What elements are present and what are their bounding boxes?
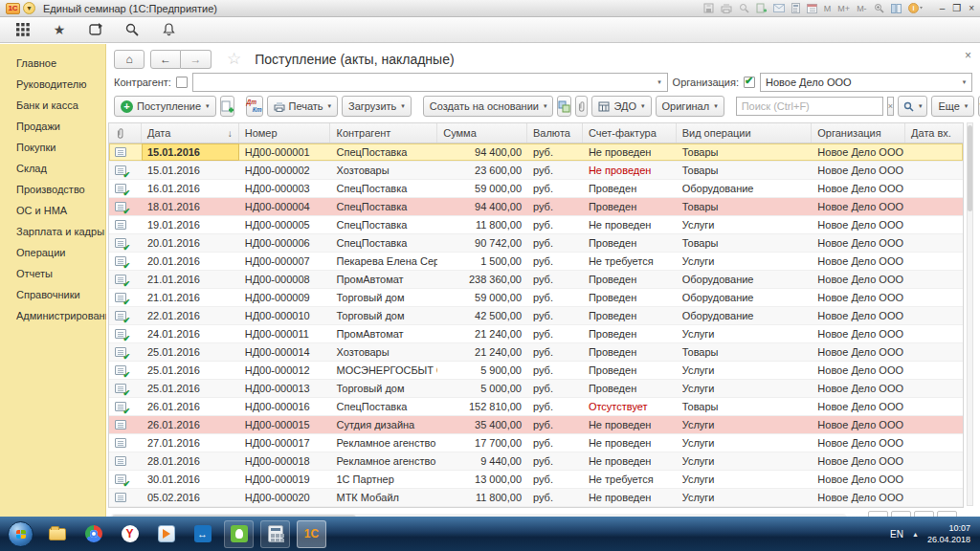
table-row[interactable]: 15.01.2016НД00-000001СпецПоставка94 400,… <box>109 143 963 162</box>
cell-optype[interactable]: Оборудование <box>677 307 813 324</box>
cell-counterparty[interactable]: МОСЭНЕРГОСБЫТ О... <box>330 362 437 379</box>
cell-attach[interactable] <box>109 434 142 452</box>
column-header-datein[interactable]: Дата вх. <box>905 123 963 143</box>
cell-attach[interactable] <box>109 343 142 361</box>
cell-date[interactable]: 16.01.2016 <box>142 180 239 197</box>
cell-attach[interactable] <box>109 162 142 179</box>
cell-datein[interactable] <box>905 253 963 270</box>
cell-datein[interactable] <box>905 489 963 506</box>
cell-datein[interactable] <box>905 471 963 488</box>
sidebar-item[interactable]: Банк и касса <box>0 95 105 116</box>
chrome-icon[interactable] <box>78 520 108 548</box>
sidebar-item[interactable]: Зарплата и кадры <box>0 221 105 242</box>
cell-optype[interactable]: Услуги <box>677 489 813 506</box>
cell-currency[interactable]: руб. <box>527 253 583 270</box>
cell-invoice[interactable]: Проведен <box>583 343 677 361</box>
info-icon[interactable]: i <box>908 3 924 13</box>
cell-date[interactable]: 20.01.2016 <box>142 253 239 270</box>
cell-sum[interactable]: 94 400,00 <box>437 143 527 161</box>
cell-sum[interactable]: 5 000,00 <box>437 380 527 397</box>
cell-attach[interactable] <box>109 471 142 488</box>
table-row[interactable]: 30.01.2016НД00-0000191С Партнер13 000,00… <box>109 471 963 489</box>
calendar-icon[interactable] <box>807 3 817 13</box>
create-based-on-button[interactable]: Создать на основании ▾ <box>423 96 554 117</box>
favorites-icon[interactable]: ★ <box>52 22 67 37</box>
cell-org[interactable]: Новое Дело ООО <box>812 343 905 361</box>
cell-invoice[interactable]: Проведен <box>583 380 677 397</box>
cell-counterparty[interactable]: СпецПоставка <box>330 234 437 252</box>
column-header-sum[interactable]: Сумма <box>437 123 527 143</box>
cell-sum[interactable]: 90 742,00 <box>437 234 527 252</box>
cell-invoice[interactable]: Отсутствует <box>583 398 677 415</box>
sidebar-item[interactable]: Продажи <box>0 116 105 137</box>
cell-number[interactable]: НД00-000018 <box>239 452 331 470</box>
cell-datein[interactable] <box>905 307 963 324</box>
table-row[interactable]: 19.01.2016НД00-000005СпецПоставка11 800,… <box>109 216 963 234</box>
cell-sum[interactable]: 35 400,00 <box>437 416 527 433</box>
cell-currency[interactable]: руб. <box>527 416 583 433</box>
table-row[interactable]: 25.01.2016НД00-000014Хозтовары21 240,00р… <box>109 343 963 362</box>
mail-icon[interactable] <box>773 4 785 12</box>
create-receipt-button[interactable]: + Поступление ▾ <box>114 96 216 117</box>
column-header-date[interactable]: Дата↓ <box>142 123 239 143</box>
cell-datein[interactable] <box>905 325 963 342</box>
sidebar-item[interactable]: Операции <box>0 242 105 263</box>
cell-number[interactable]: НД00-000005 <box>239 216 331 233</box>
cell-currency[interactable]: руб. <box>527 398 583 415</box>
cell-counterparty[interactable]: Сутдия дизайна <box>330 416 437 433</box>
cell-date[interactable]: 21.01.2016 <box>142 271 239 288</box>
cell-optype[interactable]: Товары <box>677 343 813 361</box>
table-row[interactable]: 18.01.2016НД00-000004СпецПоставка94 400,… <box>109 198 963 216</box>
tray-expand-icon[interactable]: ▲ <box>912 531 919 538</box>
cell-counterparty[interactable]: СпецПоставка <box>330 398 437 415</box>
table-row[interactable]: 26.01.2016НД00-000015Сутдия дизайна35 40… <box>109 416 963 434</box>
table-row[interactable]: 24.01.2016НД00-000011ПромАвтомат21 240,0… <box>109 325 963 343</box>
cell-sum[interactable]: 21 240,00 <box>437 343 527 361</box>
copy-document-button[interactable] <box>220 96 234 117</box>
explorer-icon[interactable] <box>42 520 72 548</box>
cell-invoice[interactable]: Проведен <box>583 362 677 379</box>
cell-datein[interactable] <box>905 362 963 379</box>
cell-currency[interactable]: руб. <box>527 380 583 397</box>
cell-org[interactable]: Новое Дело ООО <box>812 325 905 342</box>
cell-sum[interactable]: 13 000,00 <box>437 471 527 488</box>
table-row[interactable]: 25.01.2016НД00-000013Торговый дом5 000,0… <box>109 380 963 398</box>
table-row[interactable]: 25.01.2016НД00-000012МОСЭНЕРГОСБЫТ О...5… <box>109 362 963 380</box>
cell-date[interactable]: 24.01.2016 <box>142 325 239 342</box>
sidebar-item[interactable]: Главное <box>0 53 105 74</box>
cell-invoice[interactable]: Проведен <box>583 271 677 288</box>
cell-invoice[interactable]: Не требуется <box>583 253 677 270</box>
cell-date[interactable]: 20.01.2016 <box>142 234 239 252</box>
clock[interactable]: 10:07 26.04.2018 <box>927 522 970 545</box>
forward-button[interactable]: → <box>181 50 212 69</box>
cell-optype[interactable]: Услуги <box>677 416 813 433</box>
cell-datein[interactable] <box>905 162 963 179</box>
cell-number[interactable]: НД00-000020 <box>239 489 331 506</box>
back-button[interactable]: ← <box>150 50 181 69</box>
calculator-icon[interactable] <box>791 3 800 13</box>
column-header-optype[interactable]: Вид операции <box>677 123 813 143</box>
table-row[interactable]: 16.01.2016НД00-000003СпецПоставка59 000,… <box>109 180 963 198</box>
cell-invoice[interactable]: Не требуется <box>583 471 677 488</box>
table-row[interactable]: 15.01.2016НД00-000002Хозтовары23 600,00р… <box>109 162 963 180</box>
cell-date[interactable]: 27.01.2016 <box>142 434 239 452</box>
table-row[interactable]: 26.01.2016НД00-000016СпецПоставка152 810… <box>109 398 963 416</box>
cell-org[interactable]: Новое Дело ООО <box>812 234 905 252</box>
cell-counterparty[interactable]: Рекламное агенство "... <box>330 452 437 470</box>
table-row[interactable]: 28.01.2016НД00-000018Рекламное агенство … <box>109 452 963 471</box>
cell-currency[interactable]: руб. <box>527 162 583 179</box>
sidebar-item[interactable]: ОС и НМА <box>0 200 105 221</box>
cell-optype[interactable]: Товары <box>677 234 813 252</box>
cell-counterparty[interactable]: СпецПоставка <box>330 180 437 197</box>
cell-counterparty[interactable]: СпецПоставка <box>330 216 437 233</box>
cell-number[interactable]: НД00-000003 <box>239 180 331 197</box>
cell-number[interactable]: НД00-000008 <box>239 271 331 288</box>
cell-attach[interactable] <box>109 143 142 161</box>
cell-attach[interactable] <box>109 307 142 324</box>
cell-attach[interactable] <box>109 380 142 397</box>
cell-currency[interactable]: руб. <box>527 198 583 215</box>
save-icon[interactable] <box>703 3 714 13</box>
cell-sum[interactable]: 11 800,00 <box>437 489 527 506</box>
cell-currency[interactable]: руб. <box>527 271 583 288</box>
cell-datein[interactable] <box>905 234 963 252</box>
